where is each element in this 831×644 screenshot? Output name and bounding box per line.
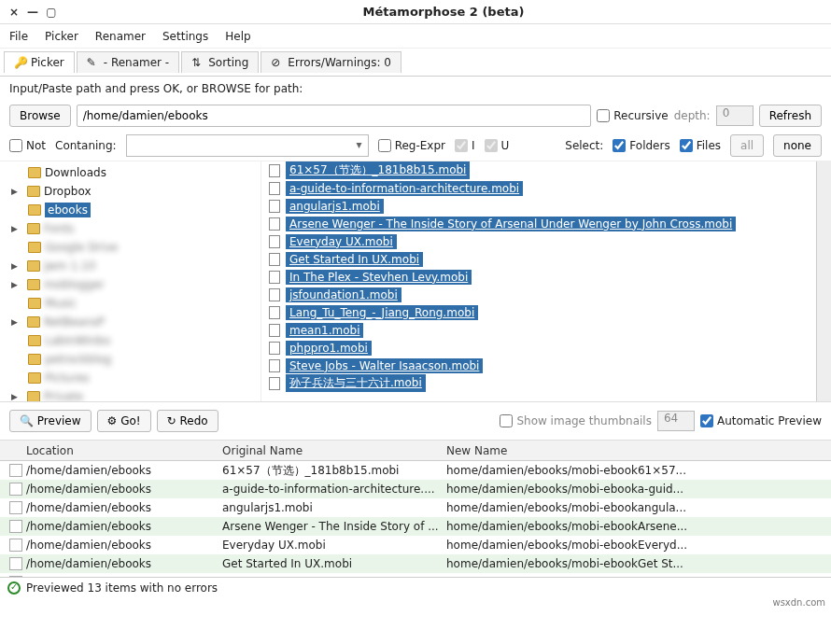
tree-item[interactable]: moblogger bbox=[0, 275, 261, 294]
file-row[interactable]: mean1.mobi bbox=[261, 321, 816, 339]
file-row[interactable]: 孙子兵法与三十六计.mobi bbox=[261, 374, 816, 392]
tab-sorting[interactable]: ⇅ Sorting bbox=[181, 51, 259, 73]
maximize-icon[interactable]: ▢ bbox=[45, 6, 58, 19]
tree-item[interactable]: Fonts bbox=[0, 219, 261, 238]
options-row: Not Contaning: Reg-Expr I U Select: Fold… bbox=[0, 131, 831, 161]
table-row[interactable]: /home/damien/ebooks61×57（节选）_181b8b15.mo… bbox=[0, 461, 831, 480]
tab-errors[interactable]: ⊘ Errors/Warnings: 0 bbox=[261, 51, 401, 73]
none-button[interactable]: none bbox=[773, 134, 822, 157]
file-row[interactable]: phppro1.mobi bbox=[261, 339, 816, 357]
tree-item[interactable]: ebooks bbox=[0, 201, 261, 219]
row-icon bbox=[9, 501, 22, 514]
go-button[interactable]: ⚙ Go! bbox=[97, 410, 151, 432]
regexpr-checkbox[interactable]: Reg-Expr bbox=[378, 139, 445, 152]
file-name: Get Started In UX.mobi bbox=[286, 252, 423, 267]
cell-original: In The Plex - Stevhen Levy.mobi bbox=[222, 576, 446, 577]
file-row[interactable]: Steve Jobs - Walter Isaacson.mobi bbox=[261, 357, 816, 374]
u-checkbox[interactable]: U bbox=[485, 139, 510, 152]
tree-item[interactable]: Google Drive bbox=[0, 238, 261, 257]
tree-label: Fonts bbox=[44, 222, 74, 235]
footer-text: wsxdn.com bbox=[0, 597, 831, 608]
file-row[interactable]: jsfoundation1.mobi bbox=[261, 286, 816, 303]
auto-preview-checkbox[interactable]: Automatic Preview bbox=[700, 414, 822, 427]
file-row[interactable]: Lang_Tu_Teng_-_Jiang_Rong.mobi bbox=[261, 303, 816, 321]
tab-picker[interactable]: 🔑 Picker bbox=[4, 51, 75, 73]
tree-label: Downloads bbox=[45, 166, 106, 179]
folders-checkbox[interactable]: Folders bbox=[613, 139, 669, 152]
menu-help[interactable]: Help bbox=[225, 30, 250, 43]
containing-combo[interactable] bbox=[126, 134, 369, 157]
path-input[interactable] bbox=[77, 105, 592, 127]
sorting-icon: ⇅ bbox=[191, 56, 204, 69]
preview-toolbar: 🔍 Preview ⚙ Go! ↻ Redo Show image thumbn… bbox=[0, 402, 831, 441]
i-checkbox[interactable]: I bbox=[455, 139, 475, 152]
tree-item[interactable]: Downloads bbox=[0, 163, 261, 182]
table-row[interactable]: /home/damien/ebooksangularjs1.mobihome/d… bbox=[0, 498, 831, 517]
depth-spinner[interactable]: 0 bbox=[716, 105, 754, 126]
folder-tree[interactable]: DownloadsDropboxebooksFontsGoogle Drivej… bbox=[0, 161, 261, 401]
redo-button[interactable]: ↻ Redo bbox=[157, 410, 218, 432]
table-row[interactable]: /home/damien/ebooksIn The Plex - Stevhen… bbox=[0, 573, 831, 577]
tree-item[interactable]: Private bbox=[0, 387, 261, 401]
all-button[interactable]: all bbox=[730, 134, 764, 157]
browse-button[interactable]: Browse bbox=[9, 105, 71, 127]
menu-file[interactable]: File bbox=[9, 30, 28, 43]
table-row[interactable]: /home/damien/ebooksEveryday UX.mobihome/… bbox=[0, 536, 831, 554]
tree-item[interactable]: petrockblog bbox=[0, 350, 261, 369]
cell-newname: home/damien/ebooks/mobi-ebookGet St... bbox=[446, 557, 831, 570]
files-checkbox[interactable]: Files bbox=[680, 139, 721, 152]
file-row[interactable]: angularjs1.mobi bbox=[261, 197, 816, 215]
table-row[interactable]: /home/damien/ebooksGet Started In UX.mob… bbox=[0, 554, 831, 573]
cell-newname: home/damien/ebooks/mobi-ebookIn The ... bbox=[446, 576, 831, 577]
go-icon: ⚙ bbox=[107, 414, 118, 427]
menu-renamer[interactable]: Renamer bbox=[95, 30, 146, 43]
minimize-icon[interactable]: — bbox=[26, 6, 39, 19]
row-icon bbox=[9, 539, 22, 552]
tree-item[interactable]: LabInWinbo bbox=[0, 331, 261, 350]
folder-icon bbox=[28, 204, 41, 216]
file-row[interactable]: Arsene Wenger - The Inside Story of Arse… bbox=[261, 215, 816, 232]
recursive-check[interactable] bbox=[597, 109, 610, 122]
file-icon bbox=[269, 377, 280, 390]
thumbs-checkbox[interactable]: Show image thumbnails bbox=[500, 414, 652, 427]
tree-item[interactable]: Dropbox bbox=[0, 182, 261, 201]
tab-renamer[interactable]: ✎ - Renamer - bbox=[77, 51, 179, 73]
recursive-label: Recursive bbox=[613, 109, 668, 122]
folder-icon bbox=[27, 186, 40, 197]
cell-original: Arsene Wenger - The Inside Story of ... bbox=[222, 520, 446, 533]
preview-button[interactable]: 🔍 Preview bbox=[9, 410, 92, 432]
col-location[interactable]: Location bbox=[26, 444, 222, 457]
file-row[interactable]: a-guide-to-information-architecture.mobi bbox=[261, 179, 816, 197]
folder-icon bbox=[28, 354, 41, 365]
table-row[interactable]: /home/damien/ebooksa-guide-to-informatio… bbox=[0, 480, 831, 498]
menu-settings[interactable]: Settings bbox=[162, 30, 208, 43]
refresh-button[interactable]: Refresh bbox=[759, 105, 822, 127]
file-icon bbox=[269, 359, 280, 372]
col-original[interactable]: Original Name bbox=[222, 444, 446, 457]
file-list[interactable]: 61×57（节选）_181b8b15.mobia-guide-to-inform… bbox=[261, 161, 816, 401]
menu-picker[interactable]: Picker bbox=[45, 30, 78, 43]
tree-item[interactable]: NetBeansP bbox=[0, 313, 261, 331]
file-icon bbox=[269, 182, 280, 195]
col-newname[interactable]: New Name bbox=[446, 444, 831, 457]
tree-item[interactable]: Pictures bbox=[0, 369, 261, 387]
recursive-checkbox[interactable]: Recursive bbox=[597, 109, 668, 122]
table-body[interactable]: /home/damien/ebooks61×57（节选）_181b8b15.mo… bbox=[0, 461, 831, 577]
thumb-size-spinner[interactable]: 64 bbox=[657, 411, 695, 431]
not-checkbox[interactable]: Not bbox=[9, 139, 46, 152]
file-name: Arsene Wenger - The Inside Story of Arse… bbox=[286, 217, 736, 231]
close-icon[interactable]: × bbox=[7, 6, 21, 19]
file-row[interactable]: 61×57（节选）_181b8b15.mobi bbox=[261, 161, 816, 179]
window-title: Métamorphose 2 (beta) bbox=[63, 5, 824, 19]
file-name: In The Plex - Stevhen Levy.mobi bbox=[286, 270, 472, 285]
file-icon bbox=[269, 342, 280, 355]
tree-item[interactable]: jwm 1.10 bbox=[0, 257, 261, 275]
file-row[interactable]: In The Plex - Stevhen Levy.mobi bbox=[261, 268, 816, 286]
containing-label: Contaning: bbox=[55, 139, 117, 152]
file-row[interactable]: Get Started In UX.mobi bbox=[261, 250, 816, 268]
folder-icon bbox=[27, 391, 40, 401]
tree-item[interactable]: Music bbox=[0, 294, 261, 313]
table-row[interactable]: /home/damien/ebooksArsene Wenger - The I… bbox=[0, 517, 831, 536]
scrollbar[interactable] bbox=[816, 161, 831, 401]
file-row[interactable]: Everyday UX.mobi bbox=[261, 232, 816, 250]
